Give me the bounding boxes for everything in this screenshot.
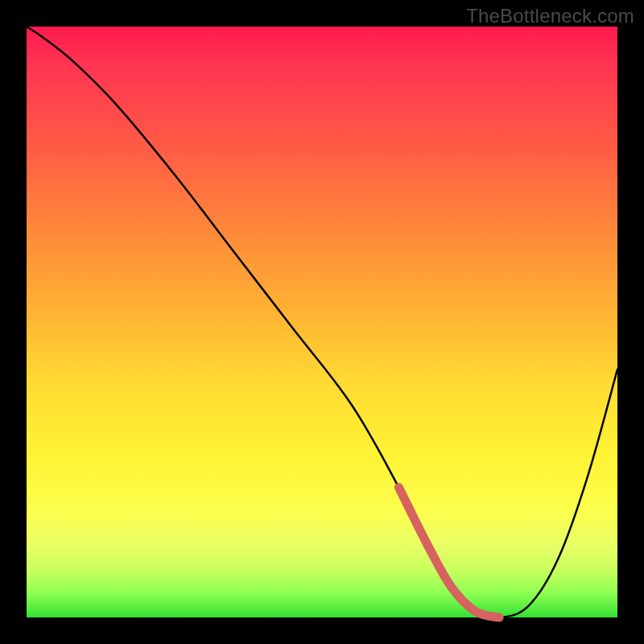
watermark-text: TheBottleneck.com (466, 5, 634, 27)
curve-path (27, 27, 617, 617)
gradient-plot-area (27, 27, 617, 617)
highlight-segment (398, 488, 499, 617)
curve-layer (27, 27, 617, 617)
highlight-path (398, 488, 499, 617)
bottleneck-curve (27, 27, 617, 617)
chart-frame: TheBottleneck.com (0, 0, 644, 644)
